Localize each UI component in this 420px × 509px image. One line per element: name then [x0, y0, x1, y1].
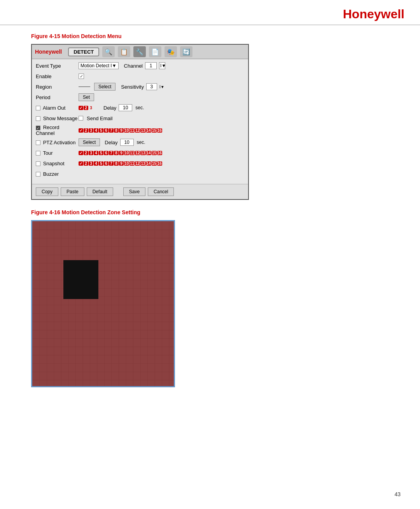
settings-icon[interactable]: 🔧: [133, 46, 146, 57]
page-number: 43: [394, 491, 401, 497]
sensitivity-arrow[interactable]: I▼: [159, 85, 164, 89]
honeywell-logo: Honeywell: [343, 7, 404, 21]
snapshot-checkbox[interactable]: [36, 161, 40, 166]
tour-label-container: Tour: [36, 150, 79, 156]
ptz-delay-label: Delay: [105, 140, 117, 145]
region-row: Region Select Sensitivity 3 I▼: [36, 82, 244, 91]
ptz-delay-input[interactable]: 10: [120, 139, 134, 146]
enable-row: Enable: [36, 72, 244, 80]
sensitivity-input[interactable]: 3: [146, 83, 157, 90]
save-button[interactable]: Save: [123, 187, 145, 196]
ptz-checkbox[interactable]: [36, 140, 40, 145]
copy-button[interactable]: Copy: [36, 187, 58, 196]
zone-grid-svg: [32, 221, 174, 386]
refresh-icon[interactable]: 🔄: [180, 46, 192, 57]
buzzer-label: Buzzer: [43, 171, 59, 177]
alarm-out-nums: ✓ 2 3: [79, 106, 93, 110]
ptz-label: PTZ Activation: [43, 140, 76, 145]
period-label: Period: [36, 94, 79, 100]
send-email-label: Send Email: [87, 115, 112, 121]
detect-button[interactable]: DETECT: [68, 47, 99, 56]
dvr-footer: Copy Paste Default Save Cancel: [32, 184, 248, 199]
cancel-button[interactable]: Cancel: [148, 187, 174, 196]
send-email-checkbox[interactable]: [79, 116, 83, 121]
period-set-button[interactable]: Set: [79, 93, 94, 101]
event-type-control: Motion Detect I▼ Channel 1 I▼: [79, 62, 244, 69]
period-row: Period Set: [36, 93, 244, 101]
list-icon[interactable]: 📋: [118, 46, 130, 57]
delay-label: Delay: [103, 105, 116, 111]
page-header: Honeywell: [0, 0, 420, 25]
zone-grid-container: [31, 220, 175, 387]
show-message-checkbox[interactable]: [36, 116, 40, 121]
show-message-label-container: Show Message: [36, 115, 79, 121]
enable-control: [79, 73, 244, 79]
dvr-brand: Honeywell: [35, 49, 62, 55]
record-channel-checkbox[interactable]: ✓: [36, 126, 40, 130]
camera-icon[interactable]: 🎭: [164, 46, 177, 57]
buzzer-label-container: Buzzer: [36, 171, 79, 177]
doc-icon[interactable]: 📄: [149, 46, 161, 57]
event-type-value: Motion Detect I▼: [80, 63, 117, 68]
ptz-label-container: PTZ Activation: [36, 140, 79, 145]
record-channel-label-container: ✓ Record Channel: [36, 124, 79, 136]
tour-checkbox[interactable]: [36, 151, 40, 156]
snapshot-label-container: Snapshot: [36, 161, 79, 166]
channel-arrow: I▼: [160, 63, 166, 68]
search-icon[interactable]: 🔍: [102, 46, 115, 57]
snapshot-numbers: ✓ 2 3 4 5 6 7 8 9 10 11 12 13 14: [79, 161, 162, 166]
alarm-out-label: Alarm Out: [36, 105, 79, 111]
show-message-row: Show Message Send Email: [36, 114, 244, 122]
delay-input[interactable]: 10: [119, 104, 132, 111]
svg-rect-0: [32, 221, 174, 386]
alarm-out-checkbox[interactable]: [36, 106, 40, 110]
default-button[interactable]: Default: [87, 187, 113, 196]
region-control: Select Sensitivity 3 I▼: [79, 83, 244, 91]
snapshot-label: Snapshot: [43, 161, 65, 166]
channel-dropdown[interactable]: I▼: [159, 62, 165, 69]
record-channel-nums: ✓ 2 3 4 5 6 7 8 9 10 11 12 13 14: [79, 128, 244, 133]
record-channel-numbers: ✓ 2 3 4 5 6 7 8 9 10 11 12 13 14: [79, 128, 162, 133]
snapshot-row: Snapshot ✓ 2 3 4 5 6 7 8 9 10 11: [36, 159, 244, 168]
enable-label: Enable: [36, 73, 79, 79]
ptz-delay-unit: sec.: [137, 140, 145, 145]
region-line: [79, 86, 90, 87]
paste-button[interactable]: Paste: [61, 187, 84, 196]
event-type-row: Event Type Motion Detect I▼ Channel 1 I▼: [36, 61, 244, 70]
tour-numbers: ✓ 2 3 4 5 6 7 8 9 10 11 12 13 14: [79, 151, 162, 155]
sensitivity-label: Sensitivity: [121, 84, 144, 90]
alarm-out-control: ✓ 2 3 Delay 10 sec.: [79, 104, 244, 111]
dvr-body: Event Type Motion Detect I▼ Channel 1 I▼…: [32, 59, 248, 184]
tour-nums: ✓ 2 3 4 5 6 7 8 9 10 11 12 13 14: [79, 151, 244, 155]
delay-unit: sec.: [135, 105, 144, 110]
dvr-panel: Honeywell DETECT 🔍 📋 🔧 📄 🎭 🔄 Event Type …: [31, 44, 249, 200]
send-email-control: Send Email: [79, 115, 244, 121]
event-type-dropdown[interactable]: Motion Detect I▼: [79, 62, 119, 69]
tour-label: Tour: [43, 150, 52, 156]
black-selection-region: [63, 260, 98, 299]
show-message-label: Show Message: [43, 115, 78, 121]
dvr-topbar: Honeywell DETECT 🔍 📋 🔧 📄 🎭 🔄: [32, 45, 248, 59]
alarm-out-row: Alarm Out ✓ 2 3 Delay 10 sec.: [36, 103, 244, 112]
region-label: Region: [36, 84, 79, 90]
record-channel-row: ✓ Record Channel ✓ 2 3 4 5 6 7 8 9 10: [36, 124, 244, 136]
enable-checkbox[interactable]: [79, 73, 84, 79]
buzzer-checkbox[interactable]: [36, 172, 40, 177]
figure15-title: Figure 4-15 Motion Detection Menu: [31, 33, 389, 39]
figure16-title: Figure 4-16 Motion Detection Zone Settin…: [31, 209, 389, 215]
snapshot-nums: ✓ 2 3 4 5 6 7 8 9 10 11 12 13 14: [79, 161, 244, 166]
region-select-button[interactable]: Select: [94, 83, 116, 91]
buzzer-row: Buzzer: [36, 170, 244, 178]
channel-label: Channel: [124, 63, 143, 69]
period-control: Set: [79, 93, 244, 101]
channel-input[interactable]: 1: [145, 62, 157, 69]
event-type-label: Event Type: [36, 63, 79, 69]
ptz-select-button[interactable]: Select: [79, 138, 100, 146]
ptz-control: Select Delay 10 sec.: [79, 138, 244, 146]
page-content: Figure 4-15 Motion Detection Menu Honeyw…: [0, 25, 420, 395]
ptz-row: PTZ Activation Select Delay 10 sec.: [36, 138, 244, 147]
tour-row: Tour ✓ 2 3 4 5 6 7 8 9 10 11: [36, 149, 244, 157]
